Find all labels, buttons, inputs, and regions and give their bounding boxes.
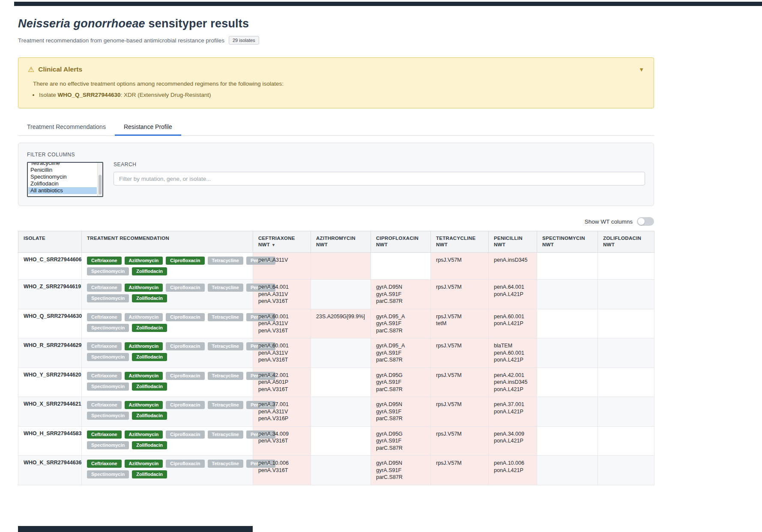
mutation-label: penA.insD345 bbox=[494, 379, 532, 386]
treatment-badge-zoliflodacin: Zoliflodacin bbox=[132, 267, 167, 275]
main-content: Neisseria gonorrhoeae sensityper results… bbox=[18, 0, 654, 485]
isolate-cell: WHO_Q_SRR27944630 bbox=[18, 309, 82, 338]
search-input[interactable] bbox=[114, 172, 645, 185]
table-row-WHO_X_SRR27944621: WHO_X_SRR27944621CeftriaxoneAzithromycin… bbox=[18, 397, 654, 427]
treatment-badge-tetracycline: Tetracycline bbox=[208, 460, 243, 468]
treatment-badge-spectinomycin: Spectinomycin bbox=[87, 267, 129, 275]
mutation-label: parC.S87R bbox=[376, 445, 425, 452]
listbox-scrollbar[interactable] bbox=[97, 163, 102, 196]
mutation-label: ponA.L421P bbox=[494, 386, 532, 393]
column-header-ciprofloxacin[interactable]: CIPROFLOXACINNWT bbox=[371, 231, 431, 253]
header-label: ZOLIFLODACIN bbox=[603, 236, 641, 241]
column-header-tetracycline[interactable]: TETRACYCLINENWT bbox=[431, 231, 489, 253]
tab-resistance-profile[interactable]: Resistance Profile bbox=[115, 119, 181, 136]
mutation-label: penA.A311V bbox=[258, 350, 305, 357]
treatment-badge-tetracycline: Tetracycline bbox=[208, 430, 243, 439]
mutation-label: parC.S87R bbox=[376, 356, 425, 364]
search-label: SEARCH bbox=[114, 161, 645, 167]
mutation-cell-spectinomycin bbox=[537, 397, 598, 427]
mutation-cell-azithromycin bbox=[311, 253, 371, 280]
mutation-label: rpsJ.V57M bbox=[436, 257, 483, 264]
table-row-WHO_Y_SRR27944620: WHO_Y_SRR27944620CeftriaxoneAzithromycin… bbox=[18, 368, 654, 397]
page-title: Neisseria gonorrhoeae sensityper results bbox=[18, 17, 654, 30]
mutation-label: gyrA.D95G bbox=[376, 430, 425, 438]
column-header-azithromycin[interactable]: AZITHROMYCINNWT bbox=[311, 231, 371, 253]
badge-line: SpectinomycinZoliflodacin bbox=[87, 383, 248, 391]
mutation-label: gyrA.S91F bbox=[376, 379, 425, 386]
alert-item-prefix: Isolate bbox=[39, 92, 58, 98]
mutation-cell-zoliflodacin bbox=[598, 368, 654, 397]
mutation-cell-zoliflodacin bbox=[598, 338, 654, 368]
listbox-option-all-antibiotics[interactable]: All antibiotics bbox=[28, 187, 97, 194]
listbox-option-spectinomycin[interactable]: Spectinomycin bbox=[28, 173, 97, 180]
table-row-WHO_K_SRR27944636: WHO_K_SRR27944636CeftriaxoneAzithromycin… bbox=[18, 456, 654, 485]
treatment-recommendation-cell: CeftriaxoneAzithromycinCiprofloxacinTetr… bbox=[82, 456, 253, 485]
mutation-cell-zoliflodacin bbox=[598, 280, 654, 309]
mutation-cell-ciprofloxacin: gyrA.D95GgyrA.S91FparC.S87R bbox=[371, 426, 431, 456]
mutation-label: parC.S87R bbox=[376, 415, 425, 422]
treatment-badge-tetracycline: Tetracycline bbox=[208, 313, 243, 321]
alert-item-suffix: : XDR (Extensively Drug-Resistant) bbox=[121, 92, 211, 98]
treatment-badge-spectinomycin: Spectinomycin bbox=[87, 353, 129, 361]
header-label: ISOLATE bbox=[24, 236, 45, 241]
mutation-cell-spectinomycin bbox=[537, 309, 598, 338]
listbox-scrollbar-thumb[interactable] bbox=[99, 175, 102, 194]
mutation-cell-azithromycin bbox=[311, 368, 371, 397]
subtitle-row: Treatment recommendation from genome-bas… bbox=[18, 36, 654, 45]
alert-title: Clinical Alerts bbox=[38, 66, 82, 73]
column-header-zoliflodacin[interactable]: ZOLIFLODACINNWT bbox=[598, 231, 654, 253]
isolate-cell: WHO_H_SRR27944583 bbox=[18, 426, 82, 456]
treatment-badge-azithromycin: Azithromycin bbox=[125, 430, 163, 439]
table-row-WHO_Z_SRR27944619: WHO_Z_SRR27944619CeftriaxoneAzithromycin… bbox=[18, 280, 654, 309]
treatment-recommendation-cell: CeftriaxoneAzithromycinCiprofloxacinTetr… bbox=[82, 309, 253, 338]
treatment-badge-ciprofloxacin: Ciprofloxacin bbox=[166, 401, 204, 409]
badge-line: SpectinomycinZoliflodacin bbox=[87, 412, 248, 420]
treatment-badge-spectinomycin: Spectinomycin bbox=[87, 441, 129, 449]
bottom-dark-bar bbox=[18, 526, 253, 532]
column-header-ceftriaxone[interactable]: CEFTRIAXONENWT▼ bbox=[253, 231, 311, 253]
isolate-cell: WHO_Y_SRR27944620 bbox=[18, 368, 82, 397]
column-header-penicillin[interactable]: PENICILLINNWT bbox=[489, 231, 537, 253]
mutation-cell-ceftriaxone: penA.A311V bbox=[253, 253, 311, 280]
treatment-badge-tetracycline: Tetracycline bbox=[208, 372, 243, 380]
mutation-label: ponA.L421P bbox=[494, 356, 532, 364]
treatment-badge-spectinomycin: Spectinomycin bbox=[87, 470, 129, 478]
column-header-isolate[interactable]: ISOLATE bbox=[18, 231, 82, 253]
mutation-cell-penicillin: penA.37.001ponA.L421P bbox=[489, 397, 537, 427]
column-header-treatment[interactable]: TREATMENT RECOMMENDATION bbox=[82, 231, 253, 253]
antibiotic-filter-listbox[interactable]: TetracyclinePenicillinSpectinomycinZolif… bbox=[27, 162, 103, 197]
mutation-cell-azithromycin bbox=[311, 456, 371, 485]
listbox-option-zoliflodacin[interactable]: Zoliflodacin bbox=[28, 180, 97, 187]
mutation-label: tetM bbox=[436, 320, 483, 327]
badge-line: SpectinomycinZoliflodacin bbox=[87, 267, 248, 275]
mutation-label: penA.60.001 bbox=[494, 313, 532, 320]
listbox-option-penicillin[interactable]: Penicillin bbox=[28, 167, 97, 173]
mutation-label: penA.37.001 bbox=[258, 401, 305, 408]
mutation-label: gyrA.S91F bbox=[376, 320, 425, 327]
treatment-badge-ciprofloxacin: Ciprofloxacin bbox=[166, 460, 204, 468]
tab-treatment-recommendations[interactable]: Treatment Recommendations bbox=[18, 119, 115, 136]
listbox-option-tetracycline[interactable]: Tetracycline bbox=[28, 162, 97, 167]
mutation-cell-azithromycin bbox=[311, 338, 371, 368]
treatment-badge-spectinomycin: Spectinomycin bbox=[87, 294, 129, 302]
collapse-chevron-icon[interactable]: ▼ bbox=[639, 66, 644, 73]
mutation-label: rpsJ.V57M bbox=[436, 284, 483, 291]
column-header-spectinomycin[interactable]: SPECTINOMYCINNWT bbox=[537, 231, 598, 253]
species-name: Neisseria gonorrhoeae bbox=[18, 17, 145, 30]
mutation-cell-ceftriaxone: penA.64.001penA.A311VpenA.V316T bbox=[253, 280, 311, 309]
treatment-badge-ceftriaxone: Ceftriaxone bbox=[87, 401, 122, 409]
filter-columns-label: FILTER COLUMNS bbox=[27, 152, 103, 158]
mutation-label: gyrA.D95G bbox=[376, 372, 425, 379]
mutation-label: penA.34.009 bbox=[494, 430, 532, 438]
mutation-label: rpsJ.V57M bbox=[436, 313, 483, 320]
mutation-cell-spectinomycin bbox=[537, 368, 598, 397]
mutation-label: penA.64.001 bbox=[258, 284, 305, 291]
mutation-label: penA.10.006 bbox=[494, 460, 532, 467]
mutation-cell-penicillin: penA.34.009ponA.L421P bbox=[489, 426, 537, 456]
badge-line: CeftriaxoneAzithromycinCiprofloxacinTetr… bbox=[87, 401, 248, 409]
mutation-cell-spectinomycin bbox=[537, 280, 598, 309]
mutation-cell-zoliflodacin bbox=[598, 426, 654, 456]
mutation-cell-spectinomycin bbox=[537, 426, 598, 456]
show-wt-toggle[interactable] bbox=[637, 217, 654, 226]
mutation-cell-zoliflodacin bbox=[598, 456, 654, 485]
